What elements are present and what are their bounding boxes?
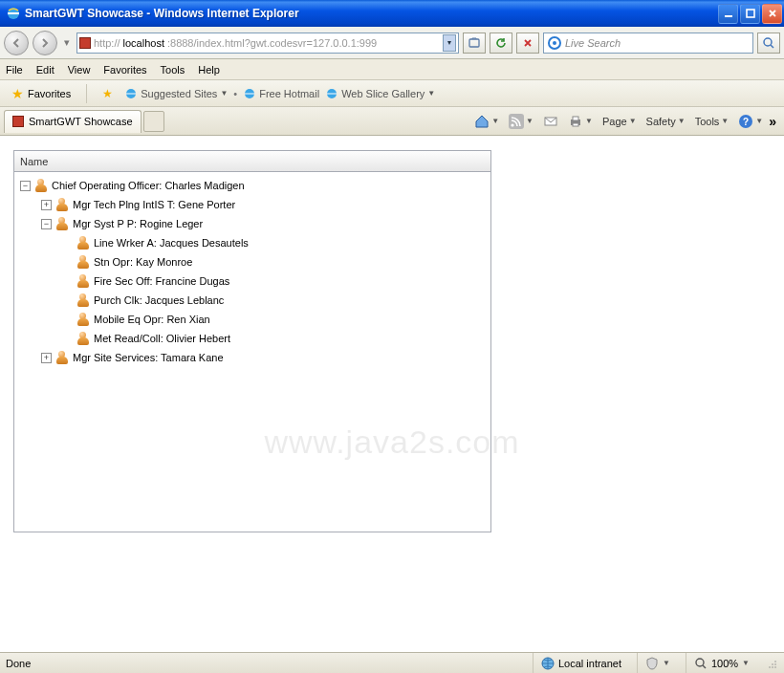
expand-icon[interactable]: + xyxy=(41,200,52,210)
menu-tools[interactable]: Tools xyxy=(161,64,185,76)
node-label: Fire Sec Off: Francine Dugas xyxy=(94,275,229,287)
menu-view[interactable]: View xyxy=(68,64,91,76)
tree-node-leaf[interactable]: Met Read/Coll: Olivier Hebert xyxy=(14,329,490,348)
svg-point-20 xyxy=(774,661,776,662)
svg-point-21 xyxy=(772,663,773,665)
search-box[interactable]: Live Search xyxy=(543,33,753,54)
person-icon xyxy=(76,313,90,326)
globe-icon xyxy=(541,657,555,670)
svg-rect-1 xyxy=(725,15,732,17)
tools-label: Tools xyxy=(695,116,720,127)
close-button[interactable] xyxy=(762,4,782,24)
overflow-button[interactable]: » xyxy=(769,114,776,129)
web-slice-gallery-link[interactable]: Web Slice Gallery ▼ xyxy=(325,87,435,100)
search-go-button[interactable] xyxy=(757,33,780,54)
chevron-down-icon: ▼ xyxy=(663,659,670,667)
refresh-button[interactable] xyxy=(490,33,512,54)
maximize-button[interactable] xyxy=(740,4,760,24)
tree-node-leaf[interactable]: Purch Clk: Jacques Leblanc xyxy=(14,291,490,310)
search-placeholder: Live Search xyxy=(565,37,621,49)
person-icon xyxy=(55,198,69,211)
page-content: Name − Chief Operating Officer: Charles … xyxy=(0,136,784,652)
back-button[interactable] xyxy=(4,31,29,55)
tree-node-leaf[interactable]: Mobile Eq Opr: Ren Xian xyxy=(14,310,490,329)
site-favicon-icon xyxy=(79,37,91,49)
svg-point-6 xyxy=(764,38,772,46)
person-icon xyxy=(76,255,90,269)
svg-point-25 xyxy=(774,666,776,668)
navigation-toolbar: ▾ http://localhost:8888/index.html?gwt.c… xyxy=(0,27,784,59)
suggested-sites-link[interactable]: Suggested Sites ▼ xyxy=(124,87,228,100)
resize-grip-icon[interactable] xyxy=(765,657,778,670)
tree-node-root[interactable]: − Chief Operating Officer: Charles Madig… xyxy=(14,176,490,195)
menu-file[interactable]: File xyxy=(6,64,23,76)
tree-body: − Chief Operating Officer: Charles Madig… xyxy=(14,172,490,371)
feeds-button[interactable]: ▼ xyxy=(505,112,537,131)
zoom-control[interactable]: 100% ▼ xyxy=(686,653,757,673)
svg-point-23 xyxy=(769,666,771,668)
add-favorite-button[interactable]: ★ xyxy=(97,85,119,102)
ie-small-icon xyxy=(243,87,256,100)
mail-icon xyxy=(543,114,558,129)
url-path: :8888/index.html?gwt.codesvr=127.0.0.1:9… xyxy=(167,37,377,49)
ie-small-icon xyxy=(325,87,338,100)
tree-node-leaf[interactable]: Fire Sec Off: Francine Dugas xyxy=(14,271,490,291)
security-zone[interactable]: Local intranet xyxy=(533,653,629,673)
stop-button[interactable] xyxy=(516,33,539,54)
favorites-button[interactable]: ★ Favorites xyxy=(6,84,76,103)
command-bar: ▼ ▼ ▼ Page ▼ Safety ▼ Tools ▼ ?▼ » xyxy=(470,112,780,131)
tree-node[interactable]: − Mgr Syst P P: Rogine Leger xyxy=(14,214,490,233)
menu-bar: File Edit View Favorites Tools Help xyxy=(0,59,784,80)
zoom-value: 100% xyxy=(711,658,738,669)
tree-header-name[interactable]: Name xyxy=(14,151,490,172)
webslice-label: Web Slice Gallery xyxy=(341,88,425,99)
print-icon xyxy=(568,114,583,129)
shield-icon xyxy=(645,657,659,670)
person-icon xyxy=(76,274,90,288)
read-mail-button[interactable] xyxy=(539,112,562,131)
protected-mode[interactable]: ▼ xyxy=(637,653,678,673)
menu-edit[interactable]: Edit xyxy=(36,64,54,76)
window-titlebar: SmartGWT Showcase - Windows Internet Exp… xyxy=(0,0,784,27)
address-dropdown[interactable]: ▾ xyxy=(443,34,456,52)
ie-small-icon xyxy=(124,87,138,100)
menu-help[interactable]: Help xyxy=(198,64,220,76)
magnifier-icon xyxy=(694,657,708,670)
node-label: Mgr Tech Plng IntIS T: Gene Porter xyxy=(73,199,235,210)
url-scheme: http:// xyxy=(94,37,120,49)
new-tab-button[interactable] xyxy=(143,111,164,132)
chevron-down-icon: ▼ xyxy=(220,89,228,98)
svg-point-24 xyxy=(772,666,773,668)
menu-favorites[interactable]: Favorites xyxy=(103,64,146,76)
star-icon: ★ xyxy=(11,86,24,101)
tree-node[interactable]: + Mgr Tech Plng IntIS T: Gene Porter xyxy=(14,195,490,214)
url-host: localhost xyxy=(123,37,164,49)
nav-history-dropdown[interactable]: ▾ xyxy=(61,31,73,55)
browser-tab[interactable]: SmartGWT Showcase xyxy=(4,110,142,133)
tools-menu[interactable]: Tools ▼ xyxy=(691,114,733,129)
tab-command-bar: SmartGWT Showcase ▼ ▼ ▼ Page ▼ Safety ▼ … xyxy=(0,107,784,136)
chevron-down-icon: ▼ xyxy=(427,89,435,98)
tree-node-leaf[interactable]: Stn Opr: Kay Monroe xyxy=(14,252,490,271)
collapse-icon[interactable]: − xyxy=(41,219,52,229)
minimize-button[interactable] xyxy=(718,4,738,24)
compatibility-view-button[interactable] xyxy=(463,33,486,54)
help-button[interactable]: ?▼ xyxy=(734,112,767,131)
page-menu[interactable]: Page ▼ xyxy=(599,114,641,129)
expand-icon[interactable]: + xyxy=(41,353,52,363)
free-hotmail-link[interactable]: Free Hotmail xyxy=(243,87,319,100)
tree-node-leaf[interactable]: Line Wrker A: Jacques Desautels xyxy=(14,233,490,252)
person-icon xyxy=(34,179,48,192)
collapse-icon[interactable]: − xyxy=(20,181,31,191)
address-bar[interactable]: http://localhost:8888/index.html?gwt.cod… xyxy=(76,33,459,54)
svg-point-22 xyxy=(774,663,776,665)
home-button[interactable]: ▼ xyxy=(470,112,503,131)
separator xyxy=(86,84,87,103)
print-button[interactable]: ▼ xyxy=(564,112,597,131)
person-icon xyxy=(76,293,90,307)
forward-button[interactable] xyxy=(33,31,57,55)
person-icon xyxy=(55,351,69,364)
tab-favicon-icon xyxy=(12,116,24,127)
tree-node[interactable]: + Mgr Site Services: Tamara Kane xyxy=(14,348,490,367)
safety-menu[interactable]: Safety ▼ xyxy=(642,114,689,129)
